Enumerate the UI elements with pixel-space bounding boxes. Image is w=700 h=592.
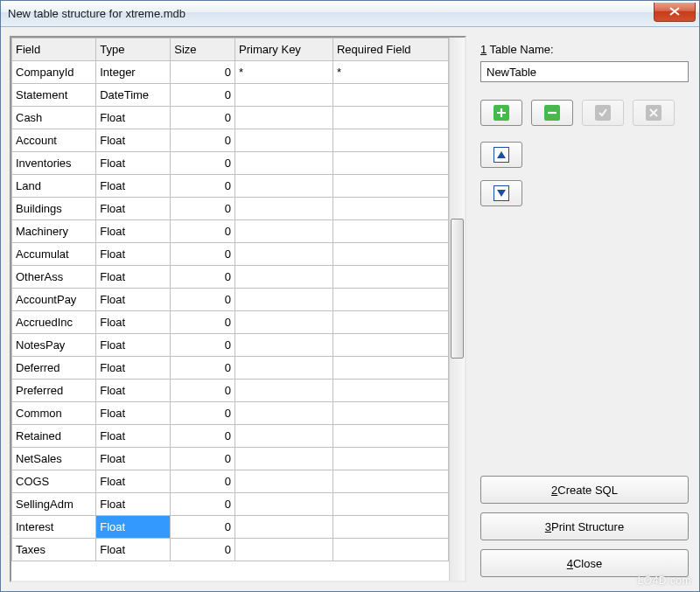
scrollbar-track-bottom[interactable] [450,359,465,581]
window-close-button[interactable] [654,3,696,22]
add-row-button[interactable] [480,100,522,126]
cell-size[interactable]: 0 [171,539,235,561]
cell-pk[interactable] [235,380,333,402]
cell-pk[interactable] [235,539,333,561]
cell-type[interactable]: Float [96,493,171,516]
cell-field[interactable]: Land [12,175,96,198]
cell-req[interactable] [332,425,448,448]
table-row[interactable]: NetSalesFloat0 [12,448,449,470]
table-row[interactable]: PreferredFloat0 [12,380,449,402]
table-row[interactable]: MachineryFloat0 [12,220,449,243]
cell-field[interactable]: SellingAdm [12,493,96,516]
col-header-field[interactable]: Field [12,38,96,61]
cell-field[interactable]: NetSales [12,448,96,470]
fields-grid[interactable]: Field Type Size Primary Key Required Fie… [11,38,449,561]
table-row[interactable]: SellingAdmFloat0 [12,493,449,516]
cell-size[interactable]: 0 [171,289,235,311]
cell-pk[interactable] [235,516,333,539]
grid-header-row[interactable]: Field Type Size Primary Key Required Fie… [12,38,449,61]
cell-type[interactable]: Float [96,129,171,152]
cell-req[interactable] [332,539,448,561]
cell-field[interactable]: Preferred [12,380,96,402]
cell-size[interactable]: 0 [171,175,235,198]
cell-req[interactable] [332,152,448,175]
cell-type[interactable]: Float [96,448,171,470]
cell-pk[interactable] [235,402,333,425]
cell-field[interactable]: Statement [12,84,96,107]
tablename-input[interactable] [480,61,689,82]
cell-pk[interactable] [235,129,333,152]
col-header-type[interactable]: Type [96,38,171,61]
cell-req[interactable]: * [332,61,448,84]
cell-pk[interactable] [235,220,333,243]
cell-type[interactable]: Float [96,198,171,220]
cell-pk[interactable] [235,470,333,493]
table-row[interactable]: NotesPayFloat0 [12,334,449,357]
cell-type[interactable]: Float [96,289,171,311]
cell-pk[interactable] [235,198,333,220]
cell-pk[interactable]: * [235,61,333,84]
cell-req[interactable] [332,334,448,357]
cell-size[interactable]: 0 [171,425,235,448]
cell-pk[interactable] [235,448,333,470]
cell-type[interactable]: Float [96,425,171,448]
table-row[interactable]: COGSFloat0 [12,470,449,493]
cell-pk[interactable] [235,266,333,289]
table-row[interactable]: AccruedIncFloat0 [12,311,449,334]
cell-size[interactable]: 0 [171,107,235,129]
table-row[interactable]: TaxesFloat0 [12,539,449,561]
cell-pk[interactable] [235,243,333,266]
cell-req[interactable] [332,289,448,311]
cell-type[interactable]: Float [96,107,171,129]
cell-req[interactable] [332,266,448,289]
cell-pk[interactable] [235,84,333,107]
col-header-pk[interactable]: Primary Key [235,38,333,61]
cell-req[interactable] [332,448,448,470]
table-row[interactable]: CompanyIdInteger0** [12,61,449,84]
cell-size[interactable]: 0 [171,198,235,220]
create-sql-button[interactable]: 2 Create SQL [480,476,689,504]
cell-type[interactable]: Float [96,470,171,493]
cell-field[interactable]: Taxes [12,539,96,561]
cell-type[interactable]: Float [96,266,171,289]
cell-field[interactable]: Account [12,129,96,152]
cell-req[interactable] [332,470,448,493]
cell-pk[interactable] [235,493,333,516]
cell-req[interactable] [332,84,448,107]
cell-req[interactable] [332,493,448,516]
cell-type[interactable]: Float [96,243,171,266]
cell-field[interactable]: CompanyId [12,61,96,84]
cell-type[interactable]: Float [96,402,171,425]
cell-pk[interactable] [235,107,333,129]
cell-req[interactable] [332,311,448,334]
cell-field[interactable]: Retained [12,425,96,448]
cell-req[interactable] [332,107,448,129]
print-structure-button[interactable]: 3 Print Structure [480,512,689,540]
cell-pk[interactable] [235,175,333,198]
cell-type[interactable]: Integer [96,61,171,84]
cell-type[interactable]: Float [96,175,171,198]
cell-type[interactable]: Float [96,220,171,243]
titlebar[interactable]: New table structure for xtreme.mdb [1,1,699,27]
col-header-size[interactable]: Size [171,38,235,61]
cell-req[interactable] [332,175,448,198]
cell-size[interactable]: 0 [171,61,235,84]
scrollbar-thumb[interactable] [451,219,464,359]
table-row[interactable]: RetainedFloat0 [12,425,449,448]
table-row[interactable]: CommonFloat0 [12,402,449,425]
table-row[interactable]: InterestFloat0 [12,516,449,539]
cell-pk[interactable] [235,334,333,357]
cell-field[interactable]: Buildings [12,198,96,220]
cell-size[interactable]: 0 [171,334,235,357]
cell-size[interactable]: 0 [171,380,235,402]
remove-row-button[interactable] [531,100,573,126]
cell-type[interactable]: Float [96,152,171,175]
cell-field[interactable]: AccruedInc [12,311,96,334]
cell-size[interactable]: 0 [171,448,235,470]
cell-size[interactable]: 0 [171,470,235,493]
cell-size[interactable]: 0 [171,84,235,107]
table-row[interactable]: LandFloat0 [12,175,449,198]
cell-size[interactable]: 0 [171,357,235,380]
cell-type[interactable]: Float [96,380,171,402]
cell-field[interactable]: COGS [12,470,96,493]
